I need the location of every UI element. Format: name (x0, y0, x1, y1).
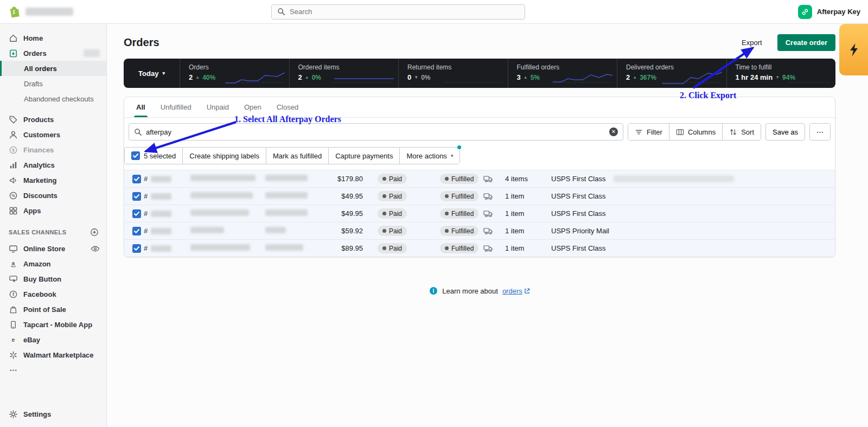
table-row[interactable]: # $59.92 Paid Fulfilled 1 item USPS Prio… (124, 222, 835, 239)
topbar: Afterpay Key (0, 0, 868, 24)
tab-unfulfilled[interactable]: Unfulfilled (153, 97, 199, 117)
orders-learn-more-link[interactable]: orders (502, 287, 530, 295)
sidebar-item-walmart[interactable]: Walmart Marketplace (0, 347, 106, 362)
sidebar-item-all-orders[interactable]: All orders (0, 61, 106, 76)
sidebar-item-ebay[interactable]: e eBay (0, 332, 106, 347)
save-as-button[interactable]: Save as (765, 123, 805, 141)
sort-button[interactable]: Sort (722, 124, 761, 140)
tab-open[interactable]: Open (237, 97, 269, 117)
fulfillment-status-badge: Fulfilled (440, 191, 478, 201)
customers-icon (9, 130, 18, 139)
sidebar-item-customers[interactable]: Customers (0, 127, 106, 142)
sidebar-item-amazon[interactable]: a Amazon (0, 256, 106, 271)
tab-unpaid[interactable]: Unpaid (199, 97, 237, 117)
tab-all[interactable]: All (129, 97, 153, 117)
filter-toolbar: ✕ Filter Columns Sort Save as ⋯ (124, 118, 835, 144)
sidebar-item-online-store[interactable]: Online Store (0, 241, 106, 256)
overflow-menu-button[interactable]: ⋯ (809, 123, 831, 141)
table-row[interactable]: # $89.95 Paid Fulfilled 1 item USPS Firs… (124, 239, 835, 257)
more-actions-button[interactable]: More actions▾ (399, 148, 459, 164)
mark-as-fulfilled-button[interactable]: Mark as fulfilled (266, 148, 328, 164)
row-checkbox[interactable] (132, 192, 141, 201)
row-checkbox[interactable] (132, 175, 141, 183)
capture-payments-button[interactable]: Capture payments (328, 148, 399, 164)
sidebar-item-drafts[interactable]: Drafts (0, 76, 106, 91)
status-dot (445, 212, 449, 215)
extension-flash-tab[interactable] (839, 24, 868, 75)
trend-up-icon: ▲ (305, 75, 309, 80)
clear-search-icon[interactable]: ✕ (609, 128, 618, 136)
ellipsis-icon (9, 366, 18, 375)
row-checkbox[interactable] (132, 209, 141, 218)
add-channel-icon[interactable] (90, 228, 99, 237)
sidebar-more-channels[interactable] (0, 362, 106, 378)
sort-icon (729, 128, 737, 136)
table-row[interactable]: # $49.95 Paid Fulfilled 1 item USPS Firs… (124, 187, 835, 205)
order-tabs: All Unfulfilled Unpaid Open Closed (124, 97, 835, 118)
analytics-bar: Today ▾ Orders 2▲40% Ordered items 2▲0% … (124, 59, 835, 88)
row-checkbox[interactable] (132, 227, 141, 235)
status-dot (382, 229, 386, 233)
preview-eye-icon[interactable] (91, 244, 100, 253)
caret-down-icon: ▾ (162, 71, 165, 76)
delivery-truck-icon (483, 175, 493, 183)
sidebar-item-finances[interactable]: $ Finances (0, 142, 106, 157)
search-icon (277, 8, 285, 16)
selected-count: 5 selected (144, 152, 176, 160)
buy-button-icon (9, 275, 18, 284)
caret-down-icon: ▾ (451, 154, 454, 158)
order-number-blurred (151, 228, 171, 234)
order-number-prefix: # (144, 209, 148, 218)
tab-closed[interactable]: Closed (269, 97, 306, 117)
columns-button[interactable]: Columns (669, 124, 722, 140)
sidebar-item-abandoned-checkouts[interactable]: Abandoned checkouts (0, 91, 106, 106)
order-date-blurred (190, 227, 224, 233)
order-total: $89.95 (320, 244, 363, 252)
table-row[interactable]: # $179.80 Paid Fulfilled 4 items USPS Fi… (124, 170, 835, 187)
sidebar-item-orders[interactable]: Orders (0, 46, 106, 61)
customer-name-blurred (265, 227, 286, 233)
main-content: Orders Export Create order Today ▾ Order… (107, 24, 868, 427)
sales-channels-header: SALES CHANNELS (0, 218, 106, 241)
select-all-checkbox[interactable] (131, 151, 140, 160)
order-total: $179.80 (320, 175, 363, 183)
orders-table: # $179.80 Paid Fulfilled 4 items USPS Fi… (124, 170, 835, 257)
finances-icon: $ (9, 145, 18, 155)
sidebar-item-buy-button[interactable]: Buy Button (0, 271, 106, 286)
items-count: 1 item (505, 244, 551, 252)
shipping-method: USPS First Class (551, 175, 614, 183)
orders-search-input[interactable] (146, 128, 605, 136)
sidebar-item-analytics[interactable]: Analytics (0, 157, 106, 173)
sidebar-item-discounts[interactable]: % Discounts (0, 188, 106, 203)
notification-dot (457, 145, 461, 149)
store-brand[interactable] (8, 5, 138, 18)
svg-text:a: a (12, 260, 15, 266)
create-order-button[interactable]: Create order (777, 34, 835, 51)
sidebar-item-products[interactable]: Products (0, 112, 106, 127)
create-shipping-labels-button[interactable]: Create shipping labels (182, 148, 266, 164)
shipping-method: USPS First Class (551, 192, 614, 200)
point-of-sale-icon (9, 305, 18, 314)
settings-gear-icon (9, 410, 18, 419)
export-button[interactable]: Export (742, 39, 762, 47)
sidebar-item-facebook[interactable]: f Facebook (0, 286, 106, 302)
sidebar-item-tapcart[interactable]: Tapcart - Mobile App (0, 317, 106, 332)
select-all-toggle[interactable]: 5 selected (125, 148, 182, 164)
filter-button[interactable]: Filter (628, 124, 669, 140)
sidebar-item-home[interactable]: Home (0, 30, 106, 46)
sidebar-item-marketing[interactable]: Marketing (0, 173, 106, 188)
orders-search-box[interactable]: ✕ (129, 123, 623, 141)
period-selector[interactable]: Today ▾ (124, 59, 180, 88)
row-checkbox[interactable] (132, 244, 141, 253)
sidebar-item-settings[interactable]: Settings (0, 406, 106, 422)
order-number-prefix: # (144, 192, 148, 200)
customer-name-blurred (265, 209, 308, 216)
global-search-input[interactable] (290, 8, 519, 16)
payment-status-badge: Paid (378, 174, 407, 184)
search-icon (134, 128, 142, 136)
sidebar-item-point-of-sale[interactable]: Point of Sale (0, 302, 106, 317)
afterpay-key-widget[interactable]: Afterpay Key (798, 5, 860, 19)
table-row[interactable]: # $49.95 Paid Fulfilled 1 item USPS Firs… (124, 205, 835, 222)
global-search[interactable] (271, 4, 525, 20)
sidebar-item-apps[interactable]: Apps (0, 203, 106, 218)
